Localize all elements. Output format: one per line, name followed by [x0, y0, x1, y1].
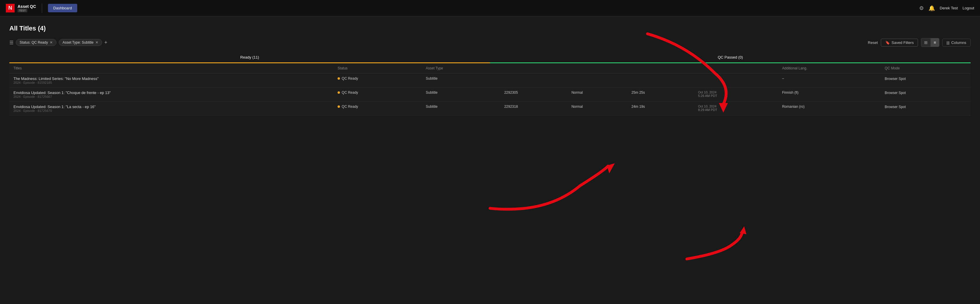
title-main-1: The Madness: Limited Series: "No More Ma…	[13, 77, 329, 81]
status-dot-2	[337, 91, 340, 94]
saved-filters-label: Saved Filters	[892, 40, 914, 45]
tab-ready-label: Ready (11)	[240, 55, 259, 59]
settings-icon[interactable]: ⚙	[919, 5, 924, 11]
bookmark-icon: 🔖	[885, 40, 890, 45]
columns-button[interactable]: ||| Columns	[942, 38, 970, 46]
table-header-row: Titles Status Asset Type Additional Lang…	[10, 63, 970, 74]
page-title: All Titles (4)	[10, 25, 970, 32]
col6-cell-1	[627, 74, 694, 88]
asset-type-cell-1: Subtitle	[422, 74, 500, 88]
content-area: Titles Status Asset Type Additional Lang…	[10, 63, 970, 116]
status-dot-3	[337, 106, 340, 108]
title-sub-3: 2024 · Episode · 81725670	[13, 109, 329, 112]
filter-chip-assettype-close[interactable]: ✕	[95, 40, 98, 45]
add-filter-button[interactable]: +	[105, 40, 108, 46]
header-right: ⚙ 🔔 Derek Test Logout	[919, 5, 974, 11]
title-cell-2: Envidiosa Updated: Season 1: "Choque de …	[10, 88, 334, 102]
col-header-asset-type: Asset Type	[422, 63, 500, 74]
logout-button[interactable]: Logout	[963, 6, 974, 10]
netflix-logo: N	[6, 4, 14, 13]
col4-cell-2: 2292305	[500, 88, 568, 102]
asset-type-cell-3: Subtitle	[422, 102, 500, 116]
list-view-button[interactable]: ≡	[931, 38, 939, 46]
dashboard-button[interactable]: Dashboard	[48, 4, 77, 12]
header: N Asset QC TEST Dashboard ⚙ 🔔 Derek Test…	[0, 0, 980, 16]
col4-cell-3: 2292318	[500, 102, 568, 116]
table-container: Titles Status Asset Type Additional Lang…	[10, 63, 970, 116]
user-name: Derek Test	[940, 6, 958, 10]
title-cell-3: Envidiosa Updated: Season 1: "La secta -…	[10, 102, 334, 116]
header-divider	[42, 3, 42, 13]
filter-bar-right: Reset 🔖 Saved Filters ⊞ ≡ ||| Columns	[868, 38, 970, 47]
status-cell-3: QC Ready	[334, 102, 422, 116]
tab-ready[interactable]: Ready (11)	[10, 52, 490, 63]
col7-cell-1	[694, 74, 778, 88]
status-label-1: QC Ready	[342, 77, 358, 80]
qc-mode-cell-2: Browser Spot	[881, 88, 970, 102]
filter-chip-status-close[interactable]: ✕	[50, 40, 52, 45]
col-header-titles: Titles	[10, 63, 334, 74]
col5-cell-1	[567, 74, 627, 88]
title-sub-1: 2024 · Episode · 81592185	[13, 81, 329, 84]
saved-filters-button[interactable]: 🔖 Saved Filters	[881, 38, 918, 46]
brand-badge: TEST	[18, 9, 27, 12]
col-header-date	[694, 63, 778, 74]
title-main-3: Envidiosa Updated: Season 1: "La secta -…	[13, 104, 329, 109]
additional-lang-cell-1: –	[778, 74, 881, 88]
col-header-status: Status	[334, 63, 422, 74]
title-main-2: Envidiosa Updated: Season 1: "Choque de …	[13, 91, 329, 95]
filter-chip-status[interactable]: Status: QC Ready ✕	[16, 39, 56, 46]
status-cell-2: QC Ready	[334, 88, 422, 102]
col-header-qc-mode: QC Mode	[881, 63, 970, 74]
col4-cell-1	[500, 74, 568, 88]
col-header-duration	[627, 63, 694, 74]
status-label-2: QC Ready	[342, 91, 358, 94]
bell-icon[interactable]: 🔔	[929, 5, 935, 11]
additional-lang-cell-3: Romanian (ro)	[778, 102, 881, 116]
additional-lang-cell-2: Finnish (fi)	[778, 88, 881, 102]
brand: N Asset QC TEST	[6, 4, 36, 13]
view-toggle: ⊞ ≡	[921, 38, 939, 47]
title-cell-1: The Madness: Limited Series: "No More Ma…	[10, 74, 334, 88]
col-header-additional-lang: Additional Lang.	[778, 63, 881, 74]
status-tabs: Ready (11) QC Passed (0)	[10, 52, 970, 63]
title-sub-2: 2024 · Episode · 81725667	[13, 95, 329, 98]
reset-button[interactable]: Reset	[868, 40, 878, 45]
table-row: Envidiosa Updated: Season 1: "La secta -…	[10, 102, 970, 116]
table-row: The Madness: Limited Series: "No More Ma…	[10, 74, 970, 88]
col-header-id	[500, 63, 568, 74]
asset-type-cell-2: Subtitle	[422, 88, 500, 102]
brand-name: Asset QC	[18, 4, 36, 9]
table-row: Envidiosa Updated: Season 1: "Choque de …	[10, 88, 970, 102]
status-cell-1: QC Ready	[334, 74, 422, 88]
qc-mode-cell-1: Browser Spot	[881, 74, 970, 88]
tab-qc-passed[interactable]: QC Passed (0)	[490, 52, 970, 63]
qc-mode-cell-3: Browser Spot	[881, 102, 970, 116]
filter-icon[interactable]: ☰	[10, 40, 13, 45]
filter-chip-assettype[interactable]: Asset Type: Subtitle ✕	[59, 39, 102, 46]
columns-label: Columns	[951, 40, 966, 45]
brand-text: Asset QC TEST	[18, 4, 36, 12]
tab-qc-passed-label: QC Passed (0)	[718, 55, 743, 59]
col7-cell-2: Oct 10, 2024 5:26 AM PDT	[694, 88, 778, 102]
col6-cell-3: 24m 19s	[627, 102, 694, 116]
col6-cell-2: 25m 25s	[627, 88, 694, 102]
grid-view-button[interactable]: ⊞	[921, 38, 931, 46]
filter-chip-status-label: Status: QC Ready	[20, 40, 48, 45]
col-header-type2	[567, 63, 627, 74]
col5-cell-2: Normal	[567, 88, 627, 102]
titles-table: Titles Status Asset Type Additional Lang…	[10, 63, 970, 116]
col5-cell-3: Normal	[567, 102, 627, 116]
main-content: All Titles (4) ☰ Status: QC Ready ✕ Asse…	[0, 16, 980, 116]
filter-bar: ☰ Status: QC Ready ✕ Asset Type: Subtitl…	[10, 38, 970, 47]
status-dot-1	[337, 77, 340, 80]
status-label-3: QC Ready	[342, 104, 358, 109]
col7-cell-3: Oct 10, 2024 8:29 AM PDT	[694, 102, 778, 116]
columns-icon: |||	[947, 40, 950, 45]
filter-chip-assettype-label: Asset Type: Subtitle	[63, 40, 94, 45]
